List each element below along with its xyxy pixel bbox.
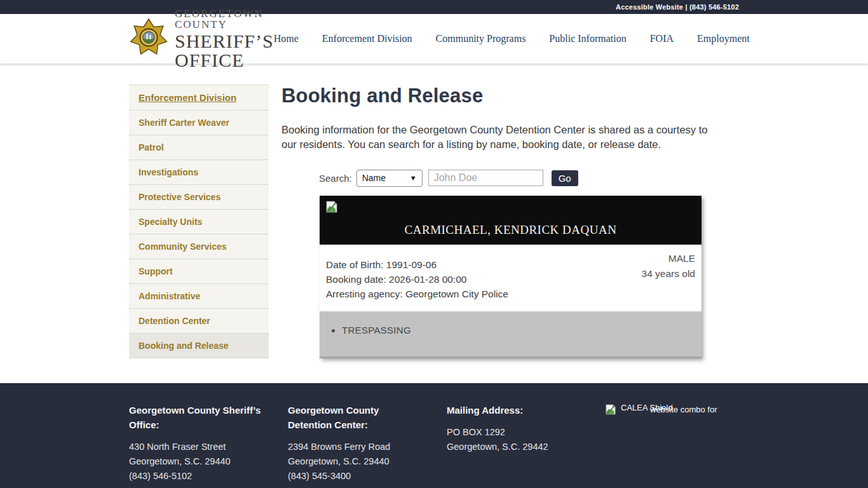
calea-alt-text-2: website combo for <box>650 405 717 414</box>
sidebar-item-detention-center[interactable]: Detention Center <box>129 309 269 334</box>
go-button[interactable]: Go <box>552 170 578 186</box>
booking-card-details: MALE 34 years old Date of Birth: 1991-09… <box>320 245 702 311</box>
booking-record-card: CARMICHAEL, KENDRICK DAQUAN MALE 34 year… <box>320 196 702 358</box>
site-header: GEORGETOWN COUNTY SHERIFF’S OFFICE Home … <box>0 14 868 64</box>
broken-image-icon <box>606 404 617 416</box>
search-form: Search: Name ▼ Go <box>319 169 726 187</box>
nav-foia[interactable]: FOIA <box>650 33 674 44</box>
sidebar-item-community-services[interactable]: Community Services <box>129 234 269 259</box>
charge-item: TRESPASSING <box>342 325 695 336</box>
sidebar-item-support[interactable]: Support <box>129 259 269 284</box>
search-type-select[interactable]: Name ▼ <box>356 170 423 187</box>
accessible-website-phone-link[interactable]: Accessible Website | (843) 546-5102 <box>616 3 739 11</box>
sidebar-item-sheriff-carter-weaver[interactable]: Sheriff Carter Weaver <box>129 111 269 135</box>
inmate-sex-age: MALE 34 years old <box>642 251 695 281</box>
inmate-name: CARMICHAEL, KENDRICK DAQUAN <box>326 223 695 237</box>
logo-line-1: GEORGETOWN COUNTY <box>175 8 274 30</box>
search-type-selected-value: Name <box>362 173 386 183</box>
footer-heading-sheriffs-office: Georgetown County Sheriff’s Office: <box>129 403 266 432</box>
arresting-agency-row: Arresting agency: Georgetown City Police <box>326 287 695 301</box>
chevron-down-icon: ▼ <box>410 174 417 182</box>
footer-heading-mailing-address: Mailing Address: <box>447 403 583 417</box>
booking-card-header: CARMICHAEL, KENDRICK DAQUAN <box>320 196 702 245</box>
nav-public-information[interactable]: Public Information <box>549 33 626 44</box>
site-footer: Georgetown County Sheriff’s Office: 430 … <box>0 383 868 488</box>
sidebar-item-booking-and-release[interactable]: Booking and Release <box>129 334 269 358</box>
inmate-sex: MALE <box>642 251 695 266</box>
search-input[interactable] <box>428 170 543 186</box>
nav-enforcement-division[interactable]: Enforcement Division <box>322 33 412 44</box>
dob-row: Date of Birth: 1991-09-06 <box>326 257 695 272</box>
sidebar-item-specialty-units[interactable]: Specialty Units <box>129 210 269 234</box>
page-content: Booking and Release Booking information … <box>281 85 726 358</box>
intro-text: Booking information for the Georgetown C… <box>281 123 724 152</box>
footer-phone-sheriff: (843) 546-5102 <box>129 471 192 481</box>
sidebar-item-patrol[interactable]: Patrol <box>129 135 269 160</box>
broken-image-icon <box>326 201 337 213</box>
site-logo[interactable]: GEORGETOWN COUNTY SHERIFF’S OFFICE <box>129 8 274 70</box>
charges-section: TRESPASSING <box>320 311 702 358</box>
footer-detention-center: Georgetown County Detention Center: 2394… <box>288 403 447 484</box>
nav-home[interactable]: Home <box>274 33 299 44</box>
sidebar-item-protective-services[interactable]: Protective Services <box>129 185 269 210</box>
sidebar-item-investigations[interactable]: Investigations <box>129 160 269 185</box>
inmate-age: 34 years old <box>642 266 695 281</box>
nav-community-programs[interactable]: Community Programs <box>436 33 526 44</box>
sidebar-item-enforcement-division[interactable]: Enforcement Division <box>129 85 269 111</box>
main-nav: Home Enforcement Division Community Prog… <box>274 33 750 44</box>
footer-mailing-address: Mailing Address: PO BOX 1292 Georgetown,… <box>447 403 606 484</box>
page-title: Booking and Release <box>281 85 726 107</box>
footer-calea-logo: CALEA Shield website combo for <box>606 403 764 441</box>
footer-heading-detention-center: Georgetown County Detention Center: <box>288 403 424 432</box>
main-area: Enforcement Division Sheriff Carter Weav… <box>0 64 868 383</box>
sidebar-nav: Enforcement Division Sheriff Carter Weav… <box>129 85 269 358</box>
sidebar-item-administrative[interactable]: Administrative <box>129 284 269 309</box>
logo-line-2: SHERIFF’S OFFICE <box>175 32 274 70</box>
sheriff-badge-icon <box>129 17 168 60</box>
footer-phone-detention: (843) 545-3400 <box>288 471 351 481</box>
search-label: Search: <box>319 173 352 184</box>
nav-employment[interactable]: Employment <box>697 33 750 44</box>
logo-text: GEORGETOWN COUNTY SHERIFF’S OFFICE <box>175 8 274 70</box>
footer-sheriffs-office: Georgetown County Sheriff’s Office: 430 … <box>129 403 288 484</box>
booking-date-row: Booking date: 2026-01-28 00:00 <box>326 272 695 287</box>
